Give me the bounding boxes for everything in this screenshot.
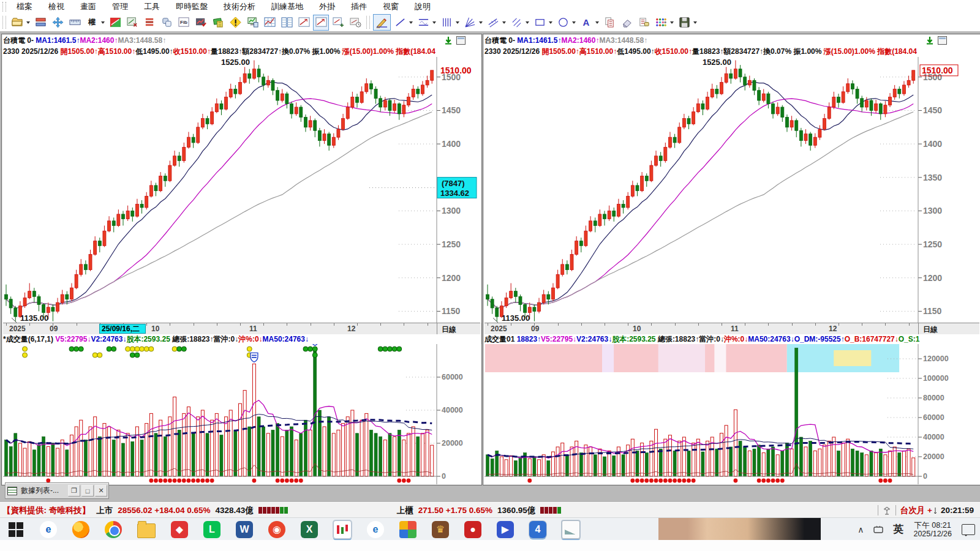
rect-dropdown-icon[interactable] xyxy=(549,21,552,24)
taskbar-app-line[interactable]: L xyxy=(203,521,221,538)
ellipse-dropdown-icon[interactable] xyxy=(572,21,576,24)
taskbar-app-ie[interactable]: e xyxy=(367,521,384,538)
tray-device-icon[interactable] xyxy=(873,525,883,534)
date-axis[interactable]: 202509101112日線 xyxy=(484,323,979,335)
open-file-button[interactable] xyxy=(9,15,25,31)
channel-dropdown-icon[interactable] xyxy=(502,21,506,24)
period-label[interactable]: 日線 xyxy=(923,324,938,335)
fibonacci-button[interactable]: Fib xyxy=(176,15,192,31)
fan-dropdown-icon[interactable] xyxy=(479,21,483,24)
palette-dropdown-icon[interactable] xyxy=(670,21,674,24)
chart-schedule-button[interactable] xyxy=(347,15,363,31)
money-card-button[interactable] xyxy=(210,15,226,31)
rights-menu-button[interactable]: 權 xyxy=(84,15,100,31)
date-axis[interactable]: 20250910111225/09/16,二日線 xyxy=(3,323,480,335)
menu-item-插件[interactable]: 插件 xyxy=(343,0,375,13)
vertical-lines-tool-button[interactable] xyxy=(439,15,454,31)
chart-window-left[interactable]: 台積電 0- MA1:1461.5↑MA2:1460↑MA3:1448.58↑ … xyxy=(1,34,482,485)
menu-grip[interactable] xyxy=(2,2,6,11)
taskbar-photo-widget[interactable] xyxy=(658,518,821,541)
menu-item-畫面[interactable]: 畫面 xyxy=(72,0,104,13)
vlines-dropdown-icon[interactable] xyxy=(456,21,459,24)
mini-chart-2-button[interactable] xyxy=(313,15,329,31)
taskbar-app-red-circle[interactable]: ● xyxy=(464,521,481,538)
taskbar-app-folder[interactable] xyxy=(137,523,156,538)
alert-chart-button[interactable] xyxy=(193,15,209,31)
toolbar-grip[interactable] xyxy=(2,16,6,28)
trendline-tool-button[interactable] xyxy=(392,15,408,31)
move-tool-button[interactable] xyxy=(50,15,66,31)
restore-window-button[interactable]: ❐ xyxy=(68,485,80,497)
download-arrow-icon[interactable] xyxy=(925,36,934,45)
taskbar-app-media[interactable]: ▶ xyxy=(497,521,514,538)
candlestick-chart[interactable]: 15001450140013001250120011501525.001135.… xyxy=(3,57,481,323)
maximize-window-button[interactable]: □ xyxy=(81,485,94,497)
taskbar-app-excel[interactable]: X xyxy=(301,521,318,538)
quote-list-button[interactable] xyxy=(141,15,157,31)
table-view-button[interactable] xyxy=(279,15,295,31)
draw-mode-button[interactable] xyxy=(373,14,391,31)
taskbar-clock[interactable]: 下午 08:21 2025/12/26 xyxy=(913,521,952,538)
taskbar-app-crown[interactable]: ♛ xyxy=(432,521,449,538)
open-file-dropdown-icon[interactable] xyxy=(26,21,30,24)
objects-button[interactable] xyxy=(159,15,175,31)
volume-chart[interactable]: 0200004000060000 xyxy=(3,344,481,484)
window-restore-icon[interactable] xyxy=(456,36,466,45)
taskbar-app-red-diamond[interactable]: ◆ xyxy=(171,521,188,538)
menu-item-訓練基地[interactable]: 訓練基地 xyxy=(263,0,311,13)
menu-item-管理[interactable]: 管理 xyxy=(104,0,136,13)
chart-remove-button[interactable] xyxy=(124,15,140,31)
copy-drawing-button[interactable] xyxy=(601,15,617,31)
menu-item-工具[interactable]: 工具 xyxy=(136,0,168,13)
menu-item-檔案[interactable]: 檔案 xyxy=(9,0,40,13)
menu-item-檢視[interactable]: 檢視 xyxy=(40,0,72,13)
taskbar-app-stock[interactable] xyxy=(333,520,352,539)
selected-date-highlight[interactable]: 25/09/16,二 xyxy=(99,324,146,334)
color-palette-button[interactable] xyxy=(653,15,669,31)
menu-item-技術分析[interactable]: 技術分析 xyxy=(216,0,263,13)
close-window-button[interactable]: ✕ xyxy=(95,485,107,497)
mini-chart-button[interactable] xyxy=(296,15,312,31)
ellipse-tool-button[interactable] xyxy=(555,15,571,31)
taskbar-window-count[interactable]: 4 xyxy=(529,521,546,538)
text-dropdown-icon[interactable] xyxy=(595,21,599,24)
menu-item-視窗[interactable]: 視窗 xyxy=(375,0,407,13)
menu-item-外掛[interactable]: 外掛 xyxy=(311,0,343,13)
minimized-data-list-window[interactable]: 數據列表-... ❐ □ ✕ xyxy=(5,482,109,499)
trendline-dropdown-icon[interactable] xyxy=(409,21,413,24)
mini-chart-add-button[interactable] xyxy=(330,15,346,31)
notification-center-icon[interactable] xyxy=(962,524,975,535)
period-label[interactable]: 日線 xyxy=(442,324,456,335)
rectangle-tool-button[interactable] xyxy=(532,15,548,31)
taskbar-app-chrome[interactable] xyxy=(105,521,122,538)
average-line-tool-button[interactable] xyxy=(415,15,431,31)
taskbar-app-chartwin[interactable] xyxy=(562,520,580,539)
taskbar-app-word[interactable]: W xyxy=(236,521,253,538)
ime-language-indicator[interactable]: 英 xyxy=(893,522,903,536)
rights-dropdown-icon[interactable] xyxy=(101,21,105,24)
taskbar-app-photos[interactable] xyxy=(399,521,417,538)
tile-windows-button[interactable] xyxy=(32,15,48,31)
start-button[interactable] xyxy=(7,521,24,538)
chart-window-right[interactable]: 台積電 0- MA1:1461.5↑MA2:1460↑MA3:1448.58↑ … xyxy=(483,34,980,485)
paste-drawing-button[interactable] xyxy=(636,15,652,31)
channel-tool-button[interactable] xyxy=(485,15,501,31)
taskbar-app-edge[interactable]: e xyxy=(40,521,57,538)
fan-lines-tool-button[interactable] xyxy=(462,15,478,31)
save-drawing-button[interactable] xyxy=(676,15,692,31)
volume-chart[interactable]: 020000400006000080000100000120000 xyxy=(484,344,980,484)
window-restore-icon[interactable] xyxy=(938,36,947,45)
warning-button[interactable] xyxy=(227,15,243,31)
pc-monitor-button[interactable] xyxy=(244,15,260,31)
candlestick-chart[interactable]: 150014501400135013001250120011501525.001… xyxy=(484,57,980,323)
toolbar-grip-2[interactable] xyxy=(366,16,370,28)
download-arrow-icon[interactable] xyxy=(444,36,453,45)
hatch-dropdown-icon[interactable] xyxy=(526,21,529,24)
tray-chevron-icon[interactable]: ∧ xyxy=(858,525,864,534)
save-dropdown-icon[interactable] xyxy=(693,21,697,24)
menu-item-說明[interactable]: 說明 xyxy=(407,0,439,13)
taskbar-app-orange[interactable]: ◉ xyxy=(268,521,285,538)
menu-item-即時監盤[interactable]: 即時監盤 xyxy=(168,0,216,13)
grid-chart-button[interactable] xyxy=(262,15,277,31)
average-dropdown-icon[interactable] xyxy=(432,21,436,24)
